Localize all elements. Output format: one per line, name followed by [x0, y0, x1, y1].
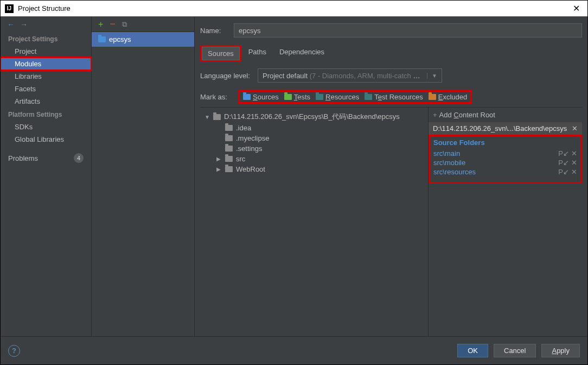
chevron-down-icon: ▼ [427, 73, 437, 79]
titlebar: IJ Project Structure ✕ [1, 1, 587, 17]
nav-global-libraries[interactable]: Global Libraries [1, 133, 91, 146]
tab-sources[interactable]: Sources [202, 47, 240, 60]
mark-excluded[interactable]: Excluded [429, 93, 467, 101]
expander-icon[interactable]: ▶ [216, 166, 222, 172]
remove-root-icon[interactable]: ✕ [572, 124, 578, 133]
module-toolbar: + − ⧉ [92, 17, 194, 32]
help-icon[interactable]: ? [8, 345, 20, 357]
source-folders-title: Source Folders [433, 139, 577, 147]
sidebar-toolbar: ← → [1, 17, 91, 32]
copy-module-icon[interactable]: ⧉ [122, 20, 127, 29]
nav-artifacts[interactable]: Artifacts [1, 95, 91, 108]
cancel-button[interactable]: Cancel [494, 344, 536, 357]
name-input[interactable] [234, 23, 582, 37]
edit-prefix-icon[interactable]: P↙ [558, 149, 569, 158]
source-folder-link[interactable]: src\mobile [433, 159, 465, 167]
folder-orange-icon [429, 94, 436, 100]
footer: ? OK Cancel Apply [1, 336, 587, 364]
folder-green-icon [284, 94, 292, 100]
content: ← → Project Settings Project Modules Lib… [1, 17, 587, 336]
tree-item[interactable]: ▶src [200, 154, 428, 164]
apply-button[interactable]: Apply [541, 344, 580, 357]
section-project-settings: Project Settings [1, 32, 91, 45]
remove-folder-icon[interactable]: ✕ [571, 168, 577, 176]
name-row: Name: [200, 23, 582, 37]
tree-root[interactable]: ▼ D:\114.215.206.26_svn\Epcsys\B_代码\Back… [200, 111, 428, 123]
mark-resources[interactable]: Resources [316, 93, 359, 101]
tab-dependencies[interactable]: Dependencies [273, 45, 330, 62]
folder-teal-icon [316, 94, 323, 100]
edit-prefix-icon[interactable]: P↙ [558, 168, 569, 176]
content-root-tree: ▼ D:\114.215.206.26_svn\Epcsys\B_代码\Back… [200, 108, 428, 336]
folder-icon [213, 114, 221, 120]
back-icon[interactable]: ← [7, 20, 15, 29]
remove-folder-icon[interactable]: ✕ [571, 149, 577, 158]
tree-item[interactable]: ▶WebRoot [200, 164, 428, 174]
module-item-label: epcsys [109, 35, 131, 43]
source-folder-row: src\mobile P↙✕ [433, 158, 577, 167]
source-folders-wrap: Source Folders src\main P↙✕ src\mobile P… [429, 135, 582, 184]
close-icon[interactable]: ✕ [570, 3, 583, 14]
folder-icon [225, 146, 233, 152]
folder-blue-icon [243, 94, 251, 100]
mark-as-row: Mark as: Sources Tests Resources Test Re… [200, 90, 582, 104]
name-label: Name: [200, 27, 227, 35]
expander-icon[interactable]: ▶ [216, 156, 222, 162]
tree-root-label: D:\114.215.206.26_svn\Epcsys\B_代码\Backen… [224, 112, 400, 122]
window-title: Project Structure [18, 4, 570, 12]
section-platform-settings: Platform Settings [1, 108, 91, 121]
tree-item[interactable]: .myeclipse [200, 133, 428, 143]
nav-sdks[interactable]: SDKs [1, 121, 91, 133]
problems-count-badge: 4 [74, 153, 84, 163]
expander-icon[interactable]: ▼ [204, 114, 210, 120]
plus-icon: + [433, 111, 437, 119]
module-folder-icon [98, 36, 106, 42]
mark-as-group: Sources Tests Resources Test Resources E… [238, 90, 472, 104]
sidebar: ← → Project Settings Project Modules Lib… [1, 17, 92, 336]
nav-project[interactable]: Project [1, 45, 91, 58]
source-folder-row: src\resources P↙✕ [433, 167, 577, 177]
tree-item[interactable]: .idea [200, 123, 428, 133]
forward-icon[interactable]: → [20, 20, 28, 29]
edit-prefix-icon[interactable]: P↙ [558, 159, 569, 167]
module-item-epcsys[interactable]: epcsys [92, 32, 194, 47]
language-level-row: Language level: Project default (7 - Dia… [200, 68, 582, 83]
remove-module-icon[interactable]: − [110, 18, 116, 30]
add-content-root-button[interactable]: +Add Content Root [429, 108, 582, 122]
module-list-panel: + − ⧉ epcsys [92, 17, 195, 336]
nav-problems[interactable]: Problems 4 [1, 151, 91, 165]
tab-sources-highlight: Sources [200, 45, 241, 62]
sources-area: ▼ D:\114.215.206.26_svn\Epcsys\B_代码\Back… [200, 107, 582, 336]
language-level-value: Project default (7 - Diamonds, ARM, mult… [263, 72, 424, 80]
folder-icon [225, 135, 233, 141]
mark-test-resources[interactable]: Test Resources [365, 93, 423, 101]
source-folder-link[interactable]: src\main [433, 149, 460, 158]
nav-modules[interactable]: Modules [1, 58, 91, 70]
mark-as-label: Mark as: [200, 93, 234, 101]
tabs: Sources Paths Dependencies [200, 45, 582, 62]
source-folder-link[interactable]: src\resources [433, 168, 476, 176]
content-root-path[interactable]: D:\114.215.206.26_svn\...\Backend\epcsys… [429, 122, 582, 135]
folder-icon [225, 156, 233, 162]
problems-label: Problems [8, 154, 38, 162]
ok-button[interactable]: OK [457, 344, 488, 357]
content-roots-panel: +Add Content Root D:\114.215.206.26_svn\… [428, 108, 582, 336]
language-level-select[interactable]: Project default (7 - Diamonds, ARM, mult… [258, 68, 442, 83]
mark-sources[interactable]: Sources [243, 93, 279, 101]
tab-paths[interactable]: Paths [242, 45, 272, 62]
content-root-path-label: D:\114.215.206.26_svn\...\Backend\epcsys [433, 124, 567, 133]
remove-folder-icon[interactable]: ✕ [571, 159, 577, 167]
mark-tests[interactable]: Tests [284, 93, 310, 101]
nav-libraries[interactable]: Libraries [1, 70, 91, 83]
main-panel: Name: Sources Paths Dependencies Languag… [195, 17, 587, 336]
app-logo-icon: IJ [5, 4, 14, 13]
add-module-icon[interactable]: + [98, 20, 103, 29]
language-level-label: Language level: [200, 72, 252, 80]
source-folder-row: src\main P↙✕ [433, 149, 577, 158]
folder-teal2-icon [365, 94, 372, 100]
nav-facets[interactable]: Facets [1, 83, 91, 95]
tree-item[interactable]: .settings [200, 143, 428, 154]
folder-icon [225, 125, 233, 131]
folder-icon [225, 166, 233, 172]
